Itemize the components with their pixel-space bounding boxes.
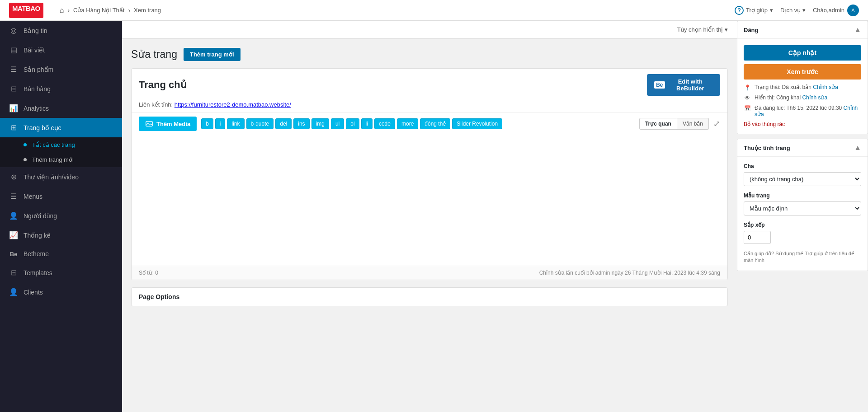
active-dot <box>24 143 27 146</box>
trash-link[interactable]: Bỏ vào thùng rác <box>744 121 861 127</box>
analytics-icon: 📊 <box>9 104 18 112</box>
layout: ◎ Bảng tin ▤ Bài viết ☰ Sản phẩm ⊟ Bán h… <box>0 21 868 412</box>
sidebar-item-san-pham[interactable]: ☰ Sản phẩm <box>0 60 122 79</box>
date-icon: 📅 <box>744 105 751 112</box>
visibility-edit-link[interactable]: Chỉnh sửa <box>802 94 827 101</box>
order-label: Sắp xếp <box>744 222 861 228</box>
templates-icon: ⊟ <box>9 268 18 277</box>
page-title-input[interactable] <box>139 79 647 91</box>
user-menu[interactable]: Chào,admin A <box>813 5 859 16</box>
sidebar-sub-them-trang-moi[interactable]: Thêm trang mới <box>0 152 122 167</box>
avatar: A <box>847 5 859 16</box>
service-button[interactable]: Dịch vụ ▾ <box>780 7 806 14</box>
main-area: Tùy chọn hiển thị ▾ Sửa trang Thêm trang… <box>122 21 737 412</box>
users-icon: 👤 <box>9 211 18 220</box>
sidebar-item-templates[interactable]: ⊟ Templates <box>0 263 122 282</box>
attributes-panel: Thuộc tính trang ▲ Cha (không có trang c… <box>737 139 868 271</box>
status-edit-link[interactable]: Chỉnh sửa <box>813 84 838 90</box>
sidebar-item-bai-viet[interactable]: ▤ Bài viết <box>0 40 122 60</box>
preview-button[interactable]: Xem trước <box>744 64 861 80</box>
del-button[interactable]: del <box>275 118 292 129</box>
more-button[interactable]: more <box>397 118 418 129</box>
text-tab-button[interactable]: Văn bản <box>677 118 709 130</box>
parent-field-group: Cha (không có trang cha) <box>744 163 861 186</box>
attributes-collapse-icon[interactable]: ▲ <box>854 144 861 152</box>
breadcrumb-view[interactable]: Xem trang <box>134 7 161 14</box>
sidebar-item-trang-bo-cuc[interactable]: ⊞ Trang bố cục <box>0 118 122 137</box>
permalink-link[interactable]: https://furniturestore2-demo.matbao.webs… <box>175 101 291 108</box>
logo: MATBAO WS <box>9 3 43 18</box>
topbar-right: ? Trợ giúp ▾ Dịch vụ ▾ Chào,admin A <box>735 5 859 16</box>
sidebar-item-bang-tin[interactable]: ◎ Bảng tin <box>0 21 122 40</box>
page-options-bar: Page Options <box>131 287 728 306</box>
link-button[interactable]: link <box>227 118 244 129</box>
breadcrumb-store: Cửa Hàng Nội Thất <box>73 7 124 14</box>
main-content: Sửa trang Thêm trang mới Be Edit with Be… <box>122 39 737 412</box>
close-tag-button[interactable]: đóng thẻ <box>420 118 450 129</box>
right-sidebar: Đăng ▲ Cập nhật Xem trước 📍 Trạng thái: … <box>737 21 868 412</box>
bold-button[interactable]: b <box>201 118 213 129</box>
edit-card-header: Be Edit with BeBuilder <box>132 69 727 101</box>
sidebar-item-analytics[interactable]: 📊 Analytics <box>0 98 122 118</box>
sidebar-item-betheme[interactable]: Be Betheme <box>0 245 122 263</box>
publish-collapse-icon[interactable]: ▲ <box>854 26 861 34</box>
order-field-group: Sắp xếp <box>744 222 861 244</box>
page-heading: Sửa trang <box>131 48 177 61</box>
sales-icon: ⊟ <box>9 84 18 93</box>
img-button[interactable]: img <box>311 118 329 129</box>
li-button[interactable]: li <box>361 118 373 129</box>
home-icon[interactable]: ⌂ <box>60 6 64 14</box>
sidebar-item-thong-ke[interactable]: 📈 Thống kê <box>0 225 122 245</box>
product-icon: ☰ <box>9 65 18 74</box>
word-count: Số từ: 0 <box>139 270 158 276</box>
post-icon: ▤ <box>9 46 18 54</box>
date-row: 📅 Đã đăng lúc: Th6 15, 2022 lúc 09:30 Ch… <box>744 105 861 117</box>
ol-button[interactable]: ol <box>346 118 359 129</box>
editor-area[interactable] <box>132 135 727 266</box>
svg-rect-0 <box>146 122 152 126</box>
code-button[interactable]: code <box>374 118 395 129</box>
add-media-icon <box>145 120 153 128</box>
sidebar-item-ban-hang[interactable]: ⊟ Bán hàng <box>0 79 122 98</box>
ins-button[interactable]: ins <box>293 118 309 129</box>
expand-editor-button[interactable]: ⤢ <box>713 119 720 129</box>
publish-meta: 📍 Trạng thái: Đã xuất bản Chỉnh sửa 👁 Hi… <box>744 84 861 127</box>
help-button[interactable]: ? Trợ giúp ▾ <box>735 6 773 15</box>
order-input[interactable] <box>744 231 771 244</box>
sidebar-item-thu-vien[interactable]: ⊕ Thư viện ảnh/video <box>0 167 122 187</box>
visual-tab-button[interactable]: Trực quan <box>639 118 677 130</box>
logo-text: MATBAO WS <box>9 3 43 18</box>
sidebar-item-menus[interactable]: ☰ Menus <box>0 187 122 206</box>
ul-button[interactable]: ul <box>331 118 344 129</box>
status-row: 📍 Trạng thái: Đã xuất bản Chỉnh sửa <box>744 84 861 91</box>
attributes-panel-header: Thuộc tính trang ▲ <box>737 139 868 157</box>
add-new-page-button[interactable]: Thêm trang mới <box>184 48 241 61</box>
bebuilder-button[interactable]: Be Edit with BeBuilder <box>647 74 720 96</box>
parent-select[interactable]: (không có trang cha) <box>744 172 861 186</box>
sidebar: ◎ Bảng tin ▤ Bài viết ☰ Sản phẩm ⊟ Bán h… <box>0 21 122 412</box>
editor-toolbar-row: Thêm Media b i link b-quote del ins img … <box>132 112 727 135</box>
blockquote-button[interactable]: b-quote <box>246 118 274 129</box>
edit-card: Be Edit with BeBuilder Liên kết tĩnh: ht… <box>131 68 728 280</box>
breadcrumb: ⌂ › Cửa Hàng Nội Thất › Xem trang <box>60 6 727 14</box>
template-field-group: Mẫu trang Mẫu mặc định <box>744 192 861 215</box>
slider-revolution-button[interactable]: Slider Revolution <box>452 118 502 129</box>
parent-label: Cha <box>744 163 861 169</box>
bebuilder-prefix-label: Be <box>654 81 665 89</box>
add-media-button[interactable]: Thêm Media <box>139 117 197 131</box>
editor-view-tabs: Trực quan Văn bản <box>639 118 709 130</box>
sidebar-sub-tat-ca-cac-trang[interactable]: Tất cả các trang <box>0 137 122 152</box>
inactive-dot <box>24 158 27 161</box>
update-button[interactable]: Cập nhật <box>744 45 861 61</box>
sidebar-item-clients[interactable]: 👤 Clients <box>0 282 122 302</box>
help-text: Cần giúp đỡ? Sử dụng thẻ Trợ giúp ở trên… <box>744 250 861 264</box>
template-label: Mẫu trang <box>744 192 861 199</box>
attributes-panel-body: Cha (không có trang cha) Mẫu trang Mẫu m… <box>737 157 868 271</box>
template-select[interactable]: Mẫu mặc định <box>744 201 861 215</box>
publish-panel-header: Đăng ▲ <box>737 21 868 39</box>
sidebar-submenu: Tất cả các trang Thêm trang mới <box>0 137 122 167</box>
italic-button[interactable]: i <box>215 118 226 129</box>
help-icon: ? <box>735 6 744 15</box>
display-options-button[interactable]: Tùy chọn hiển thị ▾ <box>677 26 728 33</box>
sidebar-item-nguoi-dung[interactable]: 👤 Người dùng <box>0 206 122 225</box>
